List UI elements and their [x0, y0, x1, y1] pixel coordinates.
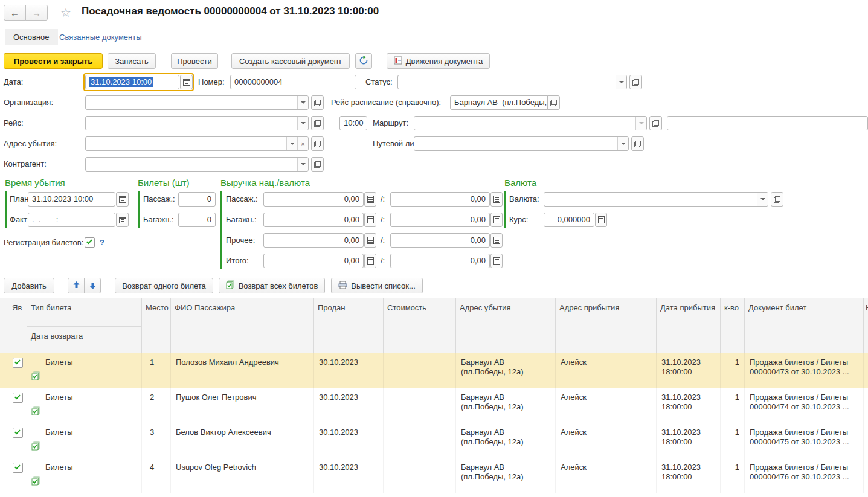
- passenger-cell: Пушок Олег Петрович: [171, 388, 314, 423]
- waybill-open-button[interactable]: [631, 136, 644, 151]
- revenue-separator: /:: [381, 254, 385, 268]
- status-open-button[interactable]: [629, 75, 642, 89]
- header-sold: Продан: [314, 298, 384, 353]
- revenue-baggage-national-calc-button[interactable]: [364, 213, 376, 227]
- waybill-dropdown-icon[interactable]: [617, 137, 628, 150]
- plan-field[interactable]: 31.10.2023 10:00: [28, 192, 115, 207]
- trip-open-button[interactable]: [311, 116, 324, 130]
- departure-address-dropdown-icon[interactable]: [286, 137, 297, 150]
- route-dropdown-icon[interactable]: [635, 117, 646, 130]
- date-field[interactable]: 31.10.2023 10:00: [85, 75, 179, 89]
- revenue-other-currency-calc-button[interactable]: [490, 233, 503, 248]
- revenue-passenger-national-calc-button[interactable]: [364, 192, 376, 207]
- document-movements-button[interactable]: Движения документа: [387, 53, 490, 69]
- post-button[interactable]: Провести: [171, 53, 218, 69]
- row-checkbox[interactable]: [13, 393, 23, 403]
- departure-address-open-button[interactable]: [311, 136, 324, 151]
- create-cash-document-button[interactable]: Создать кассовый документ: [231, 53, 350, 69]
- refresh-button[interactable]: [355, 53, 372, 69]
- schedule-trip-open-button[interactable]: [547, 95, 560, 110]
- revenue-total-currency-calc-button[interactable]: [490, 254, 503, 268]
- revenue-baggage-currency-field[interactable]: 0,00: [390, 213, 490, 227]
- move-down-button[interactable]: [84, 278, 101, 293]
- seat-cell: 4: [142, 458, 171, 493]
- rate-calc-button[interactable]: [595, 213, 607, 227]
- row-checkbox[interactable]: [13, 428, 23, 438]
- attended-cell: [8, 353, 27, 388]
- contractor-field[interactable]: Иванов Иван Иванович ИП: [85, 157, 309, 172]
- registration-checkbox[interactable]: [85, 237, 95, 248]
- revenue-total-currency-field[interactable]: 0,00: [390, 254, 490, 268]
- organization-field[interactable]: Перевозчик ООО: [85, 95, 309, 110]
- departure-time-section-bar: [5, 191, 7, 228]
- row-checkbox[interactable]: [13, 358, 23, 368]
- qty-cell: 1: [721, 423, 745, 458]
- clipped-cell: [864, 388, 868, 423]
- save-button[interactable]: Записать: [108, 53, 156, 69]
- date-calendar-button[interactable]: [180, 75, 193, 89]
- schedule-trip-field[interactable]: Барнаул АВ (пл.Победы,: [450, 95, 548, 110]
- currency-dropdown-icon[interactable]: [757, 193, 768, 206]
- status-field[interactable]: [397, 75, 627, 89]
- clipped-cell: [864, 458, 868, 493]
- add-row-button[interactable]: Добавить: [4, 278, 54, 293]
- revenue-passenger-currency-calc-button[interactable]: [490, 192, 503, 207]
- tab-main-label: Основное: [13, 33, 50, 42]
- plan-calendar-button[interactable]: [116, 192, 129, 207]
- departure-address-clear-icon[interactable]: ×: [297, 137, 308, 150]
- table-row[interactable]: Билеты 1 Полозов Михаил Андреевич 30.10.…: [0, 353, 868, 388]
- open-icon: [314, 141, 321, 147]
- row-checkbox[interactable]: [13, 463, 23, 473]
- route-field[interactable]: Барнаул АВ (пл.Победы, 12а) - Алейск: [414, 116, 647, 130]
- revenue-other-currency-field[interactable]: 0,00: [390, 233, 490, 248]
- return-one-ticket-button[interactable]: Возврат одного билета: [115, 278, 213, 293]
- favorite-star-icon[interactable]: ☆: [60, 5, 71, 20]
- table-row[interactable]: Билеты 3 Белов Виктор Алексеевич 30.10.2…: [0, 423, 868, 458]
- currency-field[interactable]: [544, 192, 768, 207]
- tab-main[interactable]: Основное: [5, 29, 58, 45]
- revenue-other-national-calc-button[interactable]: [364, 233, 376, 248]
- revenue-total-national-calc-button[interactable]: [364, 254, 376, 268]
- revenue-passenger-national-field[interactable]: 0,00: [263, 192, 364, 207]
- tab-related-documents[interactable]: Связанные документы: [59, 29, 142, 45]
- route-label: Маршрут:: [373, 116, 408, 130]
- print-list-button[interactable]: Вывести список...: [331, 278, 423, 293]
- organization-open-button[interactable]: [311, 95, 324, 110]
- move-up-button[interactable]: [68, 278, 85, 293]
- revenue-other-national-field[interactable]: 0,00: [263, 233, 364, 248]
- return-all-tickets-button[interactable]: Возврат всех билетов: [219, 278, 325, 293]
- table-row[interactable]: Билеты 4 Usupov Oleg Petrovich 30.10.202…: [0, 458, 868, 493]
- registration-help-icon[interactable]: ?: [100, 238, 104, 247]
- fact-calendar-button[interactable]: [116, 213, 129, 227]
- waybill-field[interactable]: [414, 136, 629, 151]
- back-button[interactable]: ←: [4, 5, 26, 21]
- forward-button[interactable]: →: [25, 5, 48, 21]
- contractor-open-button[interactable]: [311, 157, 324, 172]
- trip-field[interactable]: Барнаул АВ (пл.Победы, 12а) - Алейск 10:…: [85, 116, 309, 130]
- revenue-baggage-currency-calc-button[interactable]: [490, 213, 503, 227]
- trip-time-field[interactable]: 10:00: [339, 116, 367, 130]
- rate-field[interactable]: 0,000000: [544, 213, 594, 227]
- status-dropdown-icon[interactable]: [616, 75, 626, 89]
- chevron-down-icon: [760, 198, 765, 200]
- fact-field[interactable]: . . :: [28, 213, 115, 227]
- revenue-total-national-field[interactable]: 0,00: [263, 254, 364, 268]
- cost-cell: [384, 458, 456, 493]
- trip-dropdown-icon[interactable]: [297, 117, 308, 130]
- tickets-baggage-label: Багажн.:: [143, 213, 174, 227]
- table-row[interactable]: Билеты 2 Пушок Олег Петрович 30.10.2023 …: [0, 388, 868, 423]
- organization-dropdown-icon[interactable]: [297, 96, 308, 109]
- route-open-button[interactable]: [649, 116, 662, 130]
- revenue-passenger-currency-field[interactable]: 0,00: [390, 192, 490, 207]
- revenue-baggage-national-field[interactable]: 0,00: [263, 213, 364, 227]
- extra-field[interactable]: [667, 116, 868, 130]
- tickets-baggage-field[interactable]: 0: [178, 213, 216, 227]
- contractor-dropdown-icon[interactable]: [297, 158, 308, 171]
- trip-label: Рейс:: [4, 116, 24, 130]
- currency-open-button[interactable]: [771, 192, 783, 207]
- post-and-close-button[interactable]: Провести и закрыть: [4, 53, 103, 69]
- number-field[interactable]: 00000000004: [230, 75, 356, 89]
- tickets-passenger-field[interactable]: 0: [178, 192, 216, 207]
- departure-address-field[interactable]: Барнаул АВ (пл.Победы, 12а) ×: [85, 136, 309, 151]
- revenue-separator: /:: [381, 192, 385, 207]
